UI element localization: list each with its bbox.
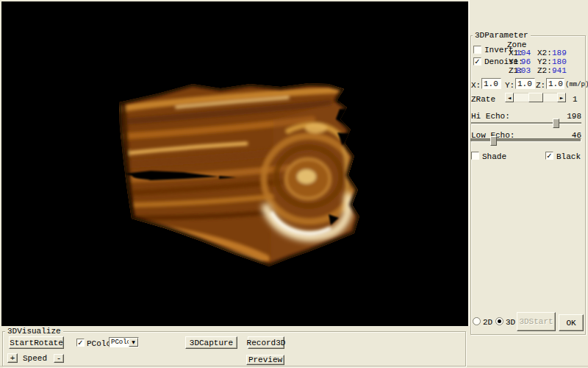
- zrate-scroll-left-button[interactable]: ◄: [505, 93, 514, 102]
- scale-y-input[interactable]: [515, 78, 535, 89]
- scale-y-label: Y:: [505, 81, 514, 90]
- zone-x1-value: 104: [516, 49, 531, 57]
- scale-x-label: X:: [471, 81, 481, 90]
- mode-2d-label: 2D: [483, 318, 492, 327]
- zrate-scroll-right-button[interactable]: ►: [557, 93, 566, 102]
- speed-minus-button[interactable]: -: [54, 354, 64, 363]
- black-label: Black: [556, 152, 581, 161]
- zrate-scrollbar-thumb[interactable]: [528, 93, 543, 102]
- zone-x2-label: X2:: [537, 49, 552, 57]
- speed-plus-button[interactable]: +: [7, 353, 18, 363]
- preview-button[interactable]: Preview: [246, 355, 284, 365]
- zrate-label: ZRate: [471, 95, 495, 104]
- hi-echo-slider-thumb[interactable]: [553, 118, 559, 128]
- scale-z-input[interactable]: [546, 78, 564, 89]
- 3dstart-button[interactable]: 3DStart: [517, 312, 556, 331]
- mode-2d-radio[interactable]: [473, 317, 481, 325]
- shade-label: Shade: [482, 152, 506, 161]
- scale-x-input[interactable]: [481, 78, 501, 89]
- low-echo-slider-thumb[interactable]: [490, 136, 497, 146]
- invert-checkbox[interactable]: [473, 46, 481, 54]
- speed-label: Speed: [23, 354, 47, 363]
- check-icon: ✓: [546, 152, 552, 160]
- hi-echo-slider-track[interactable]: [471, 122, 581, 124]
- pcolor-checkbox[interactable]: ✓: [76, 339, 85, 347]
- black-checkbox[interactable]: ✓: [545, 152, 553, 160]
- 3dcapture-button[interactable]: 3DCapture: [185, 336, 237, 349]
- scroll-right-icon: ►: [560, 93, 564, 102]
- start-rotate-button[interactable]: StartRotate: [9, 336, 64, 349]
- check-icon: ✓: [77, 339, 83, 347]
- zone-y2-value: 180: [552, 57, 567, 66]
- mode-3d-label: 3D: [506, 318, 515, 327]
- low-echo-slider-track[interactable]: [470, 138, 581, 142]
- chevron-down-icon: ▼: [132, 338, 135, 347]
- zone-z2-value: 941: [552, 66, 567, 75]
- scroll-left-icon: ◄: [508, 93, 512, 102]
- pcolor-dropdown-button[interactable]: ▼: [129, 338, 138, 347]
- scale-z-label: Z:: [536, 81, 545, 90]
- shade-checkbox[interactable]: [471, 152, 479, 160]
- denoise-checkbox[interactable]: ✓: [473, 57, 481, 66]
- zrate-value: 1: [573, 95, 578, 104]
- check-icon: ✓: [474, 57, 480, 66]
- radio-dot: [498, 319, 501, 323]
- render-viewport[interactable]: [1, 1, 468, 326]
- parameter-groupbox-title: 3DParameter: [473, 31, 531, 40]
- application-window: 3DParameter Invert ✓ Denoise Zone X1: 10…: [0, 0, 588, 368]
- zone-y1-value: 96: [516, 57, 531, 66]
- hi-echo-label: Hi Echo:: [471, 112, 510, 121]
- visualize-groupbox-title: 3DVisualize: [5, 327, 63, 336]
- zone-z2-label: Z2:: [537, 66, 552, 75]
- record3d-button[interactable]: Record3D: [248, 336, 284, 349]
- panel-divider: [468, 0, 470, 326]
- zone-z1-value: 803: [516, 66, 531, 75]
- pcolor-dropdown-value: PColor: [111, 338, 130, 347]
- zone-y2-label: Y2:: [537, 57, 552, 66]
- mode-3d-radio[interactable]: [495, 317, 503, 325]
- pcolor-dropdown[interactable]: PColor ▼: [109, 337, 139, 347]
- scale-unit-label: (mm/p): [565, 80, 588, 89]
- ok-button[interactable]: OK: [559, 314, 584, 331]
- hi-echo-value: 198: [556, 112, 581, 121]
- volume-3d-render: [1, 1, 468, 326]
- zone-x2-value: 189: [552, 49, 567, 57]
